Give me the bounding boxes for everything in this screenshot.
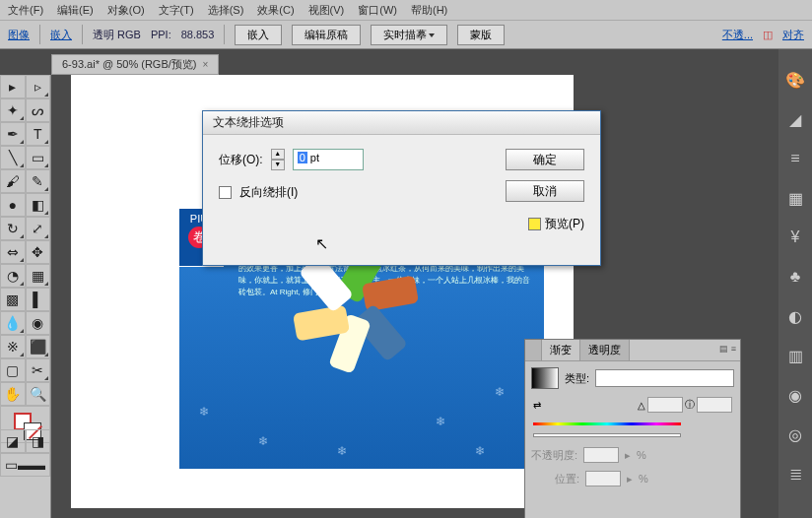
snowflake-icon: ❄ xyxy=(199,405,209,419)
menu-view[interactable]: 视图(V) xyxy=(308,3,345,18)
aspect-input[interactable] xyxy=(697,397,732,413)
mesh-tool[interactable]: ▩ xyxy=(0,288,26,311)
gradient-swatch[interactable] xyxy=(531,367,559,389)
type-tool[interactable]: T xyxy=(26,122,51,146)
cancel-button[interactable]: 取消 xyxy=(506,180,584,202)
ok-button[interactable]: 确定 xyxy=(506,149,584,170)
free-transform-tool[interactable]: ✥ xyxy=(26,240,51,264)
menu-help[interactable]: 帮助(H) xyxy=(411,3,447,18)
gradient-ramp[interactable] xyxy=(533,433,681,437)
gradient-icon[interactable]: ▥ xyxy=(784,345,806,366)
brushes-panel-icon[interactable]: ¥ xyxy=(784,227,806,248)
hand-tool[interactable]: ✋ xyxy=(0,382,26,406)
gradient-panel: ▤ ≡ 渐变 透明度 类型: ⇄ △ ⓘ 不透明度: ▸ % 位置: ▸ % xyxy=(524,339,741,518)
offset-stepper[interactable]: ▲ ▼ xyxy=(271,149,285,170)
tab-gradient[interactable]: 渐变 xyxy=(542,340,580,360)
location-label: 位置: xyxy=(555,472,579,486)
step-down-icon[interactable]: ▼ xyxy=(271,160,285,170)
pencil-tool[interactable]: ✎ xyxy=(26,169,51,193)
offset-input[interactable]: 0 pt xyxy=(293,149,364,170)
menu-select[interactable]: 选择(S) xyxy=(208,3,244,18)
appearance-icon[interactable]: ◉ xyxy=(784,384,806,406)
lasso-tool[interactable]: ᔕ xyxy=(26,98,51,122)
magic-wand-tool[interactable]: ✦ xyxy=(0,98,26,122)
blob-brush-tool[interactable]: ● xyxy=(0,193,26,217)
menu-window[interactable]: 窗口(W) xyxy=(358,3,397,18)
panel-tabs: 渐变 透明度 xyxy=(525,340,740,361)
color-panel-icon[interactable]: 🎨 xyxy=(784,69,806,91)
symbol-sprayer-tool[interactable]: ※ xyxy=(0,335,26,358)
embed-link[interactable]: 嵌入 xyxy=(50,28,72,42)
stop-location-input xyxy=(585,471,621,486)
zoom-tool[interactable]: 🔍 xyxy=(26,382,51,406)
options-bar: 图像 嵌入 透明 RGB PPI: 88.853 嵌入 编辑原稿 实时描摹 蒙版… xyxy=(0,20,812,49)
opacity-label: 不透明度: xyxy=(531,448,577,463)
align-link[interactable]: 对齐 xyxy=(782,28,804,42)
scale-tool[interactable]: ⤢ xyxy=(26,217,51,240)
invert-wrap-checkbox[interactable] xyxy=(219,186,232,199)
menu-edit[interactable]: 编辑(E) xyxy=(57,3,94,18)
close-icon[interactable]: × xyxy=(203,59,209,70)
paintbrush-tool[interactable]: 🖌 xyxy=(0,169,26,193)
rotate-tool[interactable]: ↻ xyxy=(0,217,26,240)
document-tab[interactable]: 6-93.ai* @ 50% (RGB/预览) × xyxy=(51,54,219,75)
perspective-tool[interactable]: ▦ xyxy=(26,264,51,288)
slice-tool[interactable]: ✂ xyxy=(26,358,51,382)
align-icon[interactable]: ◫ xyxy=(763,29,773,41)
eraser-tool[interactable]: ◧ xyxy=(26,193,51,217)
width-tool[interactable]: ⇔ xyxy=(0,240,26,264)
hue-slider[interactable] xyxy=(533,422,681,425)
shape-builder-tool[interactable]: ◔ xyxy=(0,264,26,288)
mask-button[interactable]: 蒙版 xyxy=(457,25,505,45)
graph-tool[interactable]: ⬛ xyxy=(26,335,51,358)
chevron-down-icon xyxy=(429,33,435,37)
rectangle-tool[interactable]: ▭ xyxy=(26,146,51,169)
dialog-title: 文本绕排选项 xyxy=(213,114,284,131)
edit-original-button[interactable]: 编辑原稿 xyxy=(292,25,361,45)
reverse-icon[interactable]: ⇄ xyxy=(533,400,541,411)
live-trace-button[interactable]: 实时描摹 xyxy=(371,25,447,45)
color-mode-label: 透明 RGB xyxy=(93,28,141,42)
snowflake-icon: ❄ xyxy=(436,415,445,428)
draw-mode-icon[interactable]: ◨ xyxy=(26,429,51,453)
color-guide-icon[interactable]: ◢ xyxy=(784,108,806,130)
opacity-link[interactable]: 不透... xyxy=(722,28,753,42)
snowflake-icon: ❄ xyxy=(495,385,505,399)
transparency-icon[interactable]: ◐ xyxy=(784,305,806,327)
screen-mode-icon[interactable]: ▭▬▬ xyxy=(0,453,50,477)
preview-checkbox[interactable] xyxy=(528,218,541,230)
direct-selection-tool[interactable]: ▹ xyxy=(26,75,51,98)
ppi-label: PPI: xyxy=(151,29,171,40)
graphic-styles-icon[interactable]: ◎ xyxy=(784,423,806,445)
angle-input[interactable] xyxy=(647,397,683,413)
menu-file[interactable]: 文件(F) xyxy=(8,3,43,18)
type-label: 类型: xyxy=(565,371,589,386)
menu-bar: 文件(F) 编辑(E) 对象(O) 文字(T) 选择(S) 效果(C) 视图(V… xyxy=(0,0,812,20)
pen-tool[interactable]: ✒ xyxy=(0,122,26,146)
toolbox: ▸ ▹ ✦ ᔕ ✒ T ╲ ▭ 🖌 ✎ ● ◧ ↻ ⤢ ⇔ ✥ ◔ ▦ ▩ ▌ … xyxy=(0,75,51,518)
invert-wrap-label: 反向绕排(I) xyxy=(239,184,298,201)
embed-button[interactable]: 嵌入 xyxy=(235,25,282,45)
artboard-tool[interactable]: ▢ xyxy=(0,358,26,382)
menu-text[interactable]: 文字(T) xyxy=(159,3,194,18)
image-link[interactable]: 图像 xyxy=(8,28,30,42)
selection-tool[interactable]: ▸ xyxy=(0,75,26,98)
tab-transparency[interactable]: 透明度 xyxy=(580,340,630,360)
blend-tool[interactable]: ◉ xyxy=(26,311,51,335)
eyedropper-tool[interactable]: 💧 xyxy=(0,311,26,335)
step-up-icon[interactable]: ▲ xyxy=(271,149,285,160)
stroke-panel-icon[interactable]: ≡ xyxy=(784,148,806,169)
gradient-type-select[interactable] xyxy=(595,369,734,387)
tab-color[interactable] xyxy=(525,340,542,360)
gradient-tool[interactable]: ▌ xyxy=(26,288,51,311)
line-tool[interactable]: ╲ xyxy=(0,146,26,169)
dialog-titlebar[interactable]: 文本绕排选项 xyxy=(203,111,600,135)
color-mode-icon[interactable]: ◪ xyxy=(0,429,26,453)
layers-panel-icon[interactable]: ≣ xyxy=(784,463,806,485)
menu-effect[interactable]: 效果(C) xyxy=(257,3,294,18)
menu-object[interactable]: 对象(O) xyxy=(107,3,145,18)
text-wrap-options-dialog: 文本绕排选项 位移(O): ▲ ▼ 0 pt 反向绕排(I) xyxy=(202,110,601,266)
panel-menu-icon[interactable]: ▤ ≡ xyxy=(719,344,736,354)
symbols-panel-icon[interactable]: ♣ xyxy=(784,266,806,288)
swatches-panel-icon[interactable]: ▦ xyxy=(784,187,806,209)
